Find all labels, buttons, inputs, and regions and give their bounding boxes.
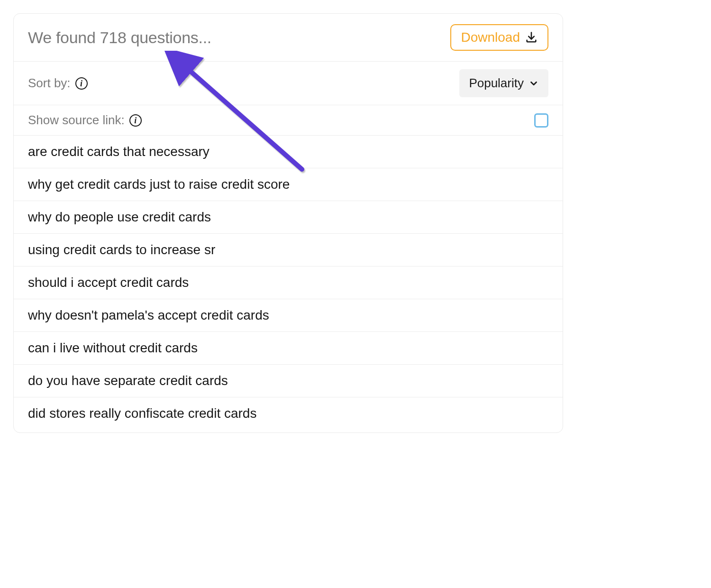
list-item[interactable]: did stores really confiscate credit card… [14,397,563,432]
list-item[interactable]: why do people use credit cards [14,201,563,234]
question-text: can i live without credit cards [28,340,198,355]
list-item[interactable]: why doesn't pamela's accept credit cards [14,299,563,332]
question-text: are credit cards that necessary [28,144,210,159]
list-item[interactable]: do you have separate credit cards [14,365,563,397]
download-button[interactable]: Download [450,24,548,51]
questions-list: are credit cards that necessary why get … [14,136,563,432]
question-text: why doesn't pamela's accept credit cards [28,308,269,322]
source-link-label-wrap: Show source link: i [28,113,142,128]
results-header: We found 718 questions... Download [14,14,563,61]
list-item[interactable]: are credit cards that necessary [14,136,563,168]
show-source-link-checkbox[interactable] [534,113,548,128]
results-count-title: We found 718 questions... [28,28,211,47]
list-item[interactable]: should i accept credit cards [14,266,563,299]
info-icon[interactable]: i [75,77,88,90]
sort-label: Sort by: [28,76,71,91]
question-text: why do people use credit cards [28,210,211,224]
question-text: should i accept credit cards [28,275,189,290]
download-icon [525,31,538,44]
results-panel: We found 718 questions... Download Sort … [13,13,563,433]
list-item[interactable]: can i live without credit cards [14,332,563,365]
question-text: using credit cards to increase sr [28,242,215,257]
source-link-row: Show source link: i [14,105,563,136]
info-icon[interactable]: i [129,114,142,127]
sort-row: Sort by: i Popularity [14,62,563,105]
question-text: why get credit cards just to raise credi… [28,177,290,192]
chevron-down-icon [529,78,539,89]
list-item[interactable]: using credit cards to increase sr [14,234,563,266]
download-button-label: Download [461,30,520,45]
sort-select-value: Popularity [469,76,524,91]
list-item[interactable]: why get credit cards just to raise credi… [14,168,563,201]
sort-label-wrap: Sort by: i [28,76,88,91]
question-text: do you have separate credit cards [28,373,228,388]
question-text: did stores really confiscate credit card… [28,406,256,421]
source-link-label: Show source link: [28,113,125,128]
sort-select[interactable]: Popularity [459,69,548,97]
